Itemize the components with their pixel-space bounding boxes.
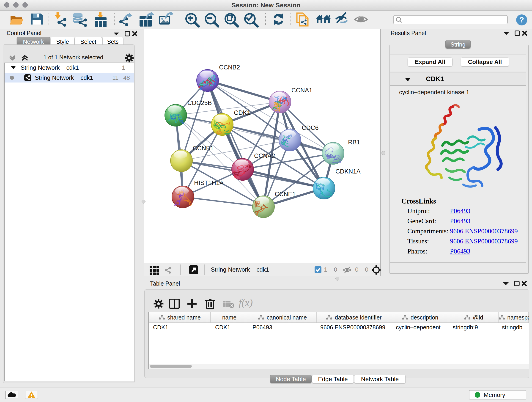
svg-text:?: ?	[519, 15, 524, 24]
svg-text:CDC25B: CDC25B	[187, 99, 212, 106]
svg-text:HIST1H1A: HIST1H1A	[194, 179, 224, 186]
svg-text:CCNA2: CCNA2	[254, 153, 275, 159]
svg-text:CCNE1: CCNE1	[275, 191, 296, 198]
svg-text:CDKN1A: CDKN1A	[336, 168, 361, 175]
svg-text:RB1: RB1	[348, 139, 360, 146]
svg-text:CDC6: CDC6	[302, 124, 319, 131]
svg-text:CCNA1: CCNA1	[291, 87, 312, 94]
svg-text:CDK1: CDK1	[234, 109, 250, 116]
svg-text:CCNB2: CCNB2	[219, 64, 240, 71]
svg-text:CCNB1: CCNB1	[193, 145, 214, 152]
